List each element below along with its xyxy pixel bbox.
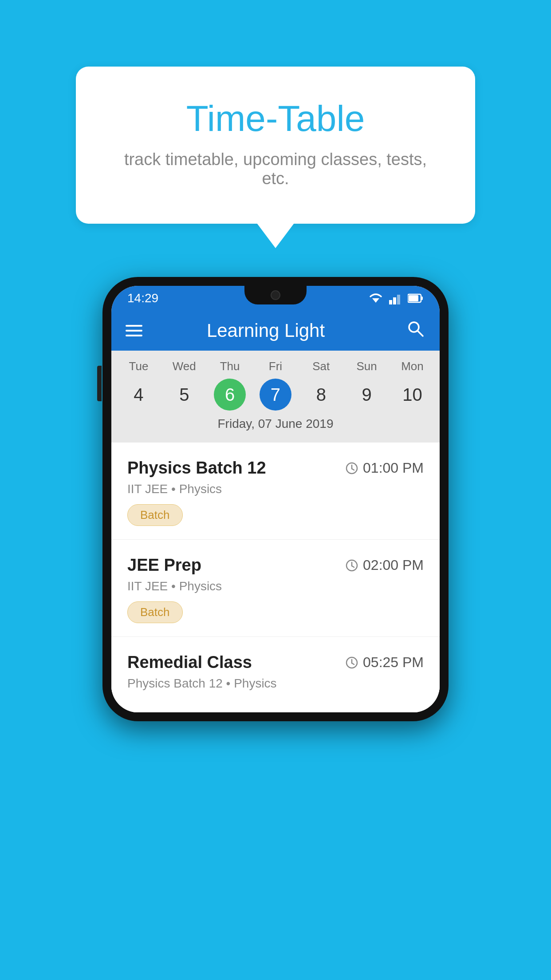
schedule-name: JEE Prep [127, 556, 201, 575]
phone-notch [244, 286, 307, 304]
day-col[interactable]: Thu6 [208, 360, 252, 411]
schedule-meta: Physics Batch 12 • Physics [127, 676, 424, 691]
svg-rect-2 [393, 297, 396, 304]
schedule-item[interactable]: Physics Batch 12 01:00 PMIIT JEE • Physi… [111, 443, 440, 540]
speech-bubble: Time-Table track timetable, upcoming cla… [76, 67, 475, 224]
day-name: Sun [357, 360, 377, 373]
week-days: Tue4Wed5Thu6Fri7Sat8Sun9Mon10 [111, 360, 440, 411]
phone-container: 14:29 [102, 277, 449, 721]
day-name: Fri [269, 360, 282, 373]
day-name: Thu [220, 360, 240, 373]
calendar-week: Tue4Wed5Thu6Fri7Sat8Sun9Mon10 Friday, 07… [111, 351, 440, 443]
signal-icon [389, 292, 402, 304]
batch-badge: Batch [127, 601, 183, 623]
day-name: Tue [129, 360, 149, 373]
svg-rect-1 [389, 300, 392, 304]
schedule-item[interactable]: JEE Prep 02:00 PMIIT JEE • PhysicsBatch [111, 540, 440, 637]
batch-badge: Batch [127, 504, 183, 526]
day-name: Mon [401, 360, 424, 373]
schedule-name: Physics Batch 12 [127, 458, 266, 478]
status-time: 14:29 [127, 291, 158, 305]
day-number[interactable]: 4 [122, 379, 154, 411]
day-number[interactable]: 7 [260, 379, 291, 411]
svg-line-17 [352, 663, 354, 664]
day-col[interactable]: Fri7 [253, 360, 298, 411]
app-bar: Learning Light [111, 311, 440, 351]
day-col[interactable]: Wed5 [162, 360, 206, 411]
svg-line-14 [352, 566, 354, 567]
clock-icon [345, 656, 358, 669]
phone-camera [271, 290, 280, 300]
schedule-time: 02:00 PM [345, 557, 424, 573]
battery-icon [408, 293, 424, 303]
svg-marker-0 [372, 298, 379, 303]
day-number[interactable]: 6 [214, 379, 246, 411]
schedule-time: 01:00 PM [345, 460, 424, 476]
svg-rect-5 [421, 296, 423, 300]
bubble-title: Time-Table [111, 98, 440, 139]
day-number[interactable]: 8 [305, 379, 337, 411]
schedule-meta: IIT JEE • Physics [127, 579, 424, 593]
day-number[interactable]: 5 [168, 379, 200, 411]
app-title: Learning Light [138, 320, 394, 341]
clock-icon [345, 462, 358, 475]
wifi-icon [368, 292, 384, 304]
selected-date-label: Friday, 07 June 2019 [111, 411, 440, 439]
schedule-time: 05:25 PM [345, 654, 424, 671]
clock-icon [345, 559, 358, 572]
day-col[interactable]: Sat8 [299, 360, 343, 411]
schedule-name: Remedial Class [127, 653, 252, 672]
search-icon[interactable] [406, 319, 425, 343]
svg-rect-6 [409, 295, 418, 301]
schedule-item[interactable]: Remedial Class 05:25 PMPhysics Batch 12 … [111, 637, 440, 712]
bubble-subtitle: track timetable, upcoming classes, tests… [111, 150, 440, 188]
schedule-list: Physics Batch 12 01:00 PMIIT JEE • Physi… [111, 443, 440, 712]
day-col[interactable]: Tue4 [116, 360, 161, 411]
day-number[interactable]: 10 [396, 379, 428, 411]
day-number[interactable]: 9 [351, 379, 383, 411]
day-name: Sat [312, 360, 330, 373]
day-col[interactable]: Sun9 [345, 360, 389, 411]
svg-rect-3 [397, 295, 400, 304]
day-col[interactable]: Mon10 [390, 360, 434, 411]
phone-screen: 14:29 [111, 286, 440, 712]
svg-line-11 [352, 469, 354, 470]
phone-frame: 14:29 [102, 277, 449, 721]
schedule-meta: IIT JEE • Physics [127, 482, 424, 496]
day-name: Wed [173, 360, 196, 373]
svg-line-8 [417, 331, 423, 336]
status-icons [368, 292, 424, 304]
